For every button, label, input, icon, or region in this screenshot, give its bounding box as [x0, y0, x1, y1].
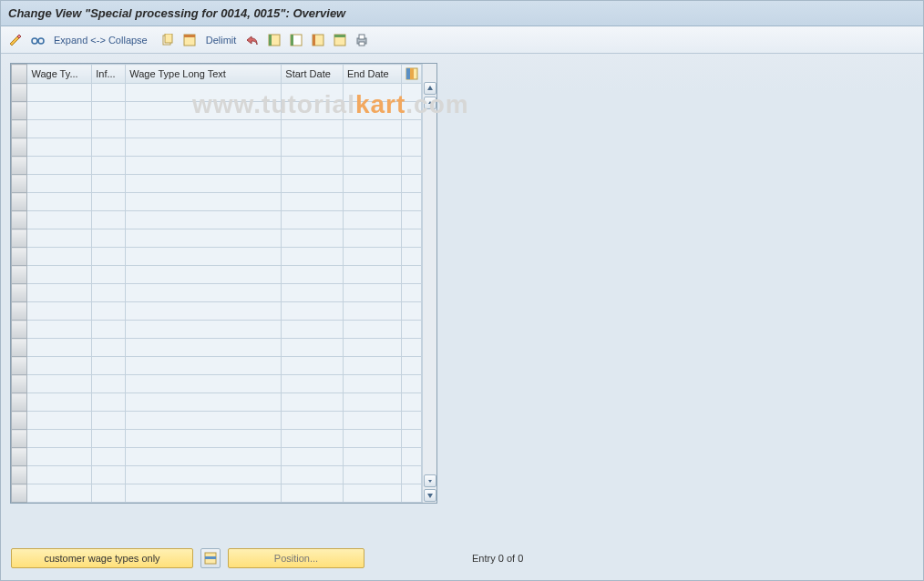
- cell-long-text[interactable]: [126, 157, 282, 175]
- scroll-down-button[interactable]: [424, 489, 436, 502]
- cell-end-date[interactable]: [343, 84, 401, 102]
- cell-start-date[interactable]: [282, 466, 344, 484]
- cell-start-date[interactable]: [282, 102, 344, 120]
- cell-start-date[interactable]: [282, 412, 344, 430]
- row-selector[interactable]: [12, 357, 27, 375]
- cell-inf[interactable]: [92, 357, 126, 375]
- row-selector[interactable]: [12, 175, 27, 193]
- cell-start-date[interactable]: [282, 157, 344, 175]
- cell-end-date[interactable]: [343, 484, 401, 503]
- cell-inf[interactable]: [92, 302, 126, 321]
- cell-inf[interactable]: [92, 484, 126, 503]
- cell-long-text[interactable]: [126, 339, 282, 357]
- table-row[interactable]: [12, 284, 422, 302]
- cell-start-date[interactable]: [282, 248, 344, 266]
- cell-long-text[interactable]: [126, 266, 282, 284]
- table-row[interactable]: [12, 211, 422, 229]
- cell-wage-type[interactable]: [27, 393, 92, 412]
- details-glasses-icon[interactable]: [28, 31, 46, 49]
- vertical-scrollbar[interactable]: [422, 64, 436, 503]
- copy-icon[interactable]: [159, 31, 177, 49]
- cell-end-date[interactable]: [343, 393, 401, 412]
- row-selector[interactable]: [12, 266, 27, 284]
- cell-wage-type[interactable]: [27, 175, 92, 193]
- cell-start-date[interactable]: [282, 211, 344, 229]
- cell-end-date[interactable]: [343, 102, 401, 120]
- cell-long-text[interactable]: [126, 229, 282, 248]
- table-row[interactable]: [12, 430, 422, 448]
- cell-end-date[interactable]: [343, 211, 401, 229]
- table-row[interactable]: [12, 466, 422, 484]
- table-settings-2-icon[interactable]: [331, 31, 349, 49]
- cell-wage-type[interactable]: [27, 484, 92, 503]
- cell-start-date[interactable]: [282, 175, 344, 193]
- row-selector[interactable]: [12, 484, 27, 503]
- position-icon-button[interactable]: [200, 548, 221, 568]
- cell-end-date[interactable]: [343, 375, 401, 393]
- cell-inf[interactable]: [92, 229, 126, 248]
- cell-long-text[interactable]: [126, 393, 282, 412]
- cell-wage-type[interactable]: [27, 412, 92, 430]
- expand-collapse-button[interactable]: Expand <-> Collapse: [50, 35, 151, 46]
- table-row[interactable]: [12, 412, 422, 430]
- cell-long-text[interactable]: [126, 248, 282, 266]
- cell-long-text[interactable]: [126, 448, 282, 466]
- cell-start-date[interactable]: [282, 229, 344, 248]
- cell-wage-type[interactable]: [27, 466, 92, 484]
- row-selector[interactable]: [12, 138, 27, 157]
- scroll-up-line-button[interactable]: [424, 97, 436, 109]
- cell-long-text[interactable]: [126, 484, 282, 503]
- cell-start-date[interactable]: [282, 84, 344, 102]
- table-row[interactable]: [12, 266, 422, 284]
- cell-wage-type[interactable]: [27, 229, 92, 248]
- cell-wage-type[interactable]: [27, 284, 92, 302]
- cell-end-date[interactable]: [343, 412, 401, 430]
- table-row[interactable]: [12, 120, 422, 138]
- row-selector[interactable]: [12, 284, 27, 302]
- scroll-down-line-button[interactable]: [424, 474, 436, 487]
- cell-long-text[interactable]: [126, 375, 282, 393]
- cell-inf[interactable]: [92, 84, 126, 102]
- cell-long-text[interactable]: [126, 412, 282, 430]
- cell-inf[interactable]: [92, 175, 126, 193]
- cell-wage-type[interactable]: [27, 157, 92, 175]
- col-long-text[interactable]: Wage Type Long Text: [126, 65, 282, 84]
- cell-wage-type[interactable]: [27, 321, 92, 339]
- table-row[interactable]: [12, 448, 422, 466]
- table-row[interactable]: [12, 302, 422, 321]
- delimit-button[interactable]: Delimit: [202, 35, 241, 46]
- row-selector[interactable]: [12, 248, 27, 266]
- cell-wage-type[interactable]: [27, 302, 92, 321]
- cell-wage-type[interactable]: [27, 120, 92, 138]
- cell-wage-type[interactable]: [27, 430, 92, 448]
- cell-start-date[interactable]: [282, 375, 344, 393]
- cell-end-date[interactable]: [343, 138, 401, 157]
- row-selector[interactable]: [12, 102, 27, 120]
- cell-long-text[interactable]: [126, 175, 282, 193]
- cell-inf[interactable]: [92, 266, 126, 284]
- table-row[interactable]: [12, 339, 422, 357]
- cell-wage-type[interactable]: [27, 339, 92, 357]
- cell-long-text[interactable]: [126, 120, 282, 138]
- cell-long-text[interactable]: [126, 284, 282, 302]
- cell-end-date[interactable]: [343, 339, 401, 357]
- cell-end-date[interactable]: [343, 248, 401, 266]
- select-all-icon[interactable]: [180, 31, 199, 49]
- col-end-date[interactable]: End Date: [343, 65, 401, 84]
- cell-start-date[interactable]: [282, 120, 344, 138]
- cell-inf[interactable]: [92, 102, 126, 120]
- cell-inf[interactable]: [92, 448, 126, 466]
- cell-start-date[interactable]: [282, 193, 344, 211]
- cell-start-date[interactable]: [282, 266, 344, 284]
- table-row[interactable]: [12, 357, 422, 375]
- cell-inf[interactable]: [92, 393, 126, 412]
- table-row[interactable]: [12, 484, 422, 503]
- cell-inf[interactable]: [92, 466, 126, 484]
- cell-inf[interactable]: [92, 248, 126, 266]
- row-selector[interactable]: [12, 302, 27, 321]
- position-button[interactable]: Position...: [228, 548, 364, 568]
- toggle-display-change-icon[interactable]: [6, 31, 25, 49]
- table-row[interactable]: [12, 175, 422, 193]
- row-selector[interactable]: [12, 229, 27, 248]
- deselect-all-rows-icon[interactable]: [287, 31, 305, 49]
